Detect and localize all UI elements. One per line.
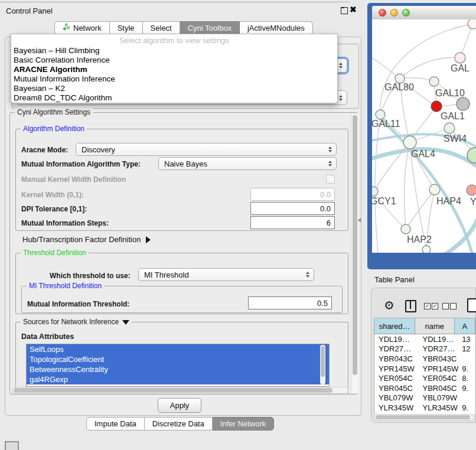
node-label: GAL80 [384,82,414,92]
table-row[interactable]: YER054CYER054C8. [374,373,475,383]
data-attributes-list[interactable]: SelfLoopsTopologicalCoefficientBetweenne… [26,344,330,387]
network-edge [406,190,435,229]
table-row[interactable]: YDR27…YDR27…12 [374,344,475,354]
settings-hscrollbar[interactable] [12,387,348,394]
network-node-hap2[interactable] [401,224,410,234]
table-row[interactable]: YPR145WYPR145W9. [374,364,475,374]
network-node-gal[interactable] [455,53,465,63]
network-node-hap4[interactable] [429,184,440,195]
mi-type-combo[interactable]: Naive Bayes [158,157,337,170]
table-hscrollbar[interactable] [374,414,474,420]
table-row[interactable]: YBL079WYBL079W [374,393,475,403]
popup-placeholder: Select algorithm to view settings [11,34,337,46]
table-row[interactable]: YBR043CYBR043C [374,354,475,364]
checked-checkbox-icon[interactable]: ✓ [432,303,438,309]
close-traffic-light[interactable] [379,9,386,17]
algorithm-option[interactable]: Basic Correlation Inference [11,56,337,65]
tab-infer-network[interactable]: Infer Network [213,417,274,431]
float-window-icon[interactable] [341,7,348,14]
tab-jactivemnodules[interactable]: jActiveMNodules [240,21,313,35]
sources-title[interactable]: Sources for Network Inference [21,318,132,326]
node-label: GAL1 [441,111,465,121]
attribute-item[interactable]: SelfLoops [27,344,329,354]
column-header[interactable]: name [415,318,454,334]
tab-cyni-toolbox[interactable]: Cyni Toolbox [180,21,240,35]
column-header[interactable]: A [455,318,475,334]
algorithm-option[interactable]: Bayesian – K2 [11,84,337,93]
mi-type-value: Naive Bayes [164,159,207,168]
column-header[interactable]: shared… [374,318,415,334]
network-node-gcy1[interactable] [372,187,378,196]
hub-definition-toggle[interactable]: Hub/Transcription Factor Definition [22,235,151,244]
network-node[interactable] [457,97,470,110]
network-canvas-svg: GALGAL80GAL10GAL1GAL11SWI4GAL4GCY1HAP4YH… [372,19,476,253]
which-threshold-label: Which threshold to use: [50,272,131,280]
table-row[interactable]: YDL19…YDL19…13 [374,334,475,344]
apply-button[interactable]: Apply [158,398,201,413]
tab-label: Style [118,22,135,34]
which-threshold-combo[interactable]: MI Threshold [138,268,314,281]
network-node-gal11[interactable] [376,110,385,119]
mi-steps-field[interactable]: 6 [250,216,335,229]
dpi-tolerance-field[interactable]: 0.0 [250,202,335,215]
unchecked-checkbox-icon[interactable] [442,303,449,309]
dpi-tolerance-label: DPI Tolerance [0,1]: [21,205,87,213]
document-icon[interactable] [467,298,476,312]
network-node-swi4[interactable] [444,123,455,133]
attribute-item[interactable]: gal4RGexp [27,374,329,384]
mi-threshold-title: MI Threshold Definition [27,282,104,290]
control-panel: Control Panel ✖ NetworkStyleSelectCyni T… [0,0,366,450]
manual-kernel-checkbox[interactable] [326,175,335,184]
network-edge [372,56,400,79]
algorithm-option[interactable]: Mutual Information Inference [11,74,337,84]
network-node-gal4[interactable] [403,136,416,149]
algorithm-popup-list: Bayesian – Hill ClimbingBasic Correlatio… [11,46,337,103]
gear-icon[interactable]: ⚙ [384,298,395,312]
mi-steps-label: Mutual Information Steps: [21,219,109,227]
checked-checkbox-icon[interactable]: ✓ [424,303,431,309]
network-node-gal1[interactable] [431,101,442,112]
tab-select[interactable]: Select [143,21,180,35]
close-icon[interactable]: ✖ [350,5,357,14]
table-cell: 9. [462,384,475,393]
table-row[interactable]: YBR045CYBR045C9. [374,383,475,393]
tab-label: Impute Data [94,418,136,430]
tab-discretize-data[interactable]: Discretize Data [145,417,213,431]
aracne-mode-combo[interactable]: Discovery [76,143,337,156]
network-window-titlebar[interactable] [372,6,476,20]
mi-threshold-field[interactable]: 0.5 [248,296,332,309]
tab-label: Discretize Data [152,418,204,430]
network-canvas[interactable]: GALGAL80GAL10GAL1GAL11SWI4GAL4GCY1HAP4YH… [372,19,476,253]
minimize-traffic-light[interactable] [390,9,398,17]
table-row[interactable]: YLR345WYLR345W9. [374,403,475,413]
network-node-gal10[interactable] [429,77,439,86]
table-panel-title: Table Panel [374,275,415,284]
tab-style[interactable]: Style [110,21,143,35]
tab-network[interactable]: Network [54,21,110,35]
table-cell: YBR045C [374,384,420,393]
attribute-item[interactable]: TopologicalCoefficient [27,354,329,364]
node-label: GAL11 [372,119,400,129]
kernel-width-label: Kernel Width (0,1): [21,191,84,199]
table-cell: YLR345W [420,403,462,412]
table-body: YDL19…YDL19…13YDR27…YDR27…12YBR043CYBR04… [374,334,475,414]
network-node-y[interactable] [467,185,476,195]
mi-type-label: Mutual Information Algorithm Type: [21,160,141,168]
network-node[interactable] [468,19,476,29]
algorithm-option[interactable]: ARACNE Algorithm [11,65,337,74]
algorithm-option[interactable]: Dream8 DC_TDC Algorithm [11,93,337,103]
settings-vscrollbar[interactable] [351,113,358,393]
attribute-item[interactable]: BetweennessCentrality [27,364,329,374]
network-node[interactable] [422,246,431,253]
table-cell: YBR045C [420,384,462,393]
unchecked-checkbox-icon[interactable] [450,303,457,309]
split-pane-collapse-icon[interactable] [358,218,361,223]
split-columns-icon[interactable] [405,300,416,312]
minimized-panel-icon[interactable] [5,441,19,450]
zoom-traffic-light[interactable] [402,9,410,17]
node-label: HAP4 [436,196,461,206]
tab-impute-data[interactable]: Impute Data [86,417,145,431]
network-edge [400,78,434,81]
algorithm-option[interactable]: Bayesian – Hill Climbing [11,46,337,56]
list-scrollbar[interactable] [320,345,325,384]
